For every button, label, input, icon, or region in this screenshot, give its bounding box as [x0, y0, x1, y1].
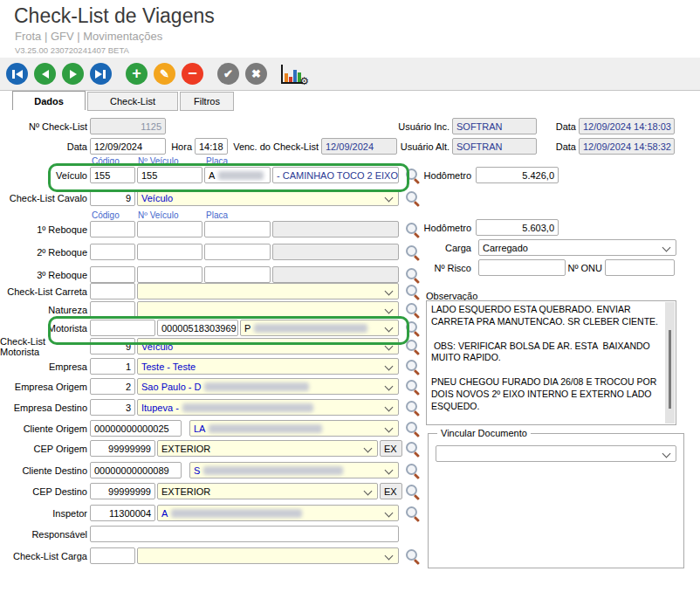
responsavel-input[interactable] [90, 526, 399, 542]
checklist-motorista-code-input[interactable]: 9 [90, 338, 135, 355]
reboque-2-num-input[interactable] [137, 244, 202, 260]
cliente-origem-code-input[interactable]: 00000000000025 [90, 420, 182, 437]
checklist-carreta-search-icon[interactable] [405, 284, 421, 299]
reboque-1-placa-input[interactable] [204, 221, 271, 237]
next-triangle-icon [70, 70, 77, 79]
checklist-carreta-select[interactable] [137, 283, 399, 299]
cep-destino-code-input[interactable]: 99999999 [90, 483, 155, 499]
label-usuario-inc: Usuário Inc. [362, 118, 450, 134]
natureza-select[interactable] [137, 301, 399, 318]
tab-filtros[interactable]: Filtros [180, 92, 234, 111]
checklist-cavalo-search-icon[interactable] [405, 190, 421, 206]
carga-select[interactable]: Carregado [478, 239, 676, 256]
inspetor-code-input[interactable]: 11300004 [90, 505, 155, 521]
first-bar-icon [12, 70, 15, 79]
veiculo-placa-input[interactable]: A [204, 167, 271, 183]
checklist-carga-search-icon[interactable] [405, 548, 421, 564]
tab-checklist[interactable]: Check-List [87, 92, 178, 111]
reboque-3-num-input[interactable] [137, 266, 202, 283]
empresa-destino-select[interactable]: Itupeva - [137, 399, 399, 416]
checklist-carreta-code-input[interactable] [90, 283, 135, 299]
empresa-code-input[interactable]: 1 [90, 358, 135, 375]
cep-origem-select[interactable]: EXTERIOR [157, 440, 378, 457]
label-checklist-motorista: Check-List Motorista [0, 338, 87, 355]
vincular-documento-group: Vincular Documento [428, 433, 684, 568]
delete-button[interactable]: − [182, 63, 203, 85]
column-header-placa: Placa [206, 210, 228, 220]
inspetor-search-icon[interactable] [405, 506, 421, 521]
hora-input[interactable]: 14:18 [195, 138, 228, 155]
cliente-origem-select[interactable]: LA [189, 420, 399, 437]
next-record-button[interactable] [62, 63, 84, 85]
cep-destino-search-icon[interactable] [405, 484, 421, 499]
veiculo-codigo-input[interactable]: 155 [90, 167, 135, 183]
data-input[interactable]: 12/09/2024 [90, 138, 166, 155]
motorista-cpf-input[interactable]: 00000518303969 [157, 320, 238, 336]
reboque-2-placa-input[interactable] [204, 244, 271, 260]
add-button[interactable]: + [126, 63, 148, 85]
cliente-origem-search-icon[interactable] [405, 421, 421, 437]
label-num-checklist: Nº Check-List [0, 118, 87, 134]
checklist-motorista-search-icon[interactable] [405, 339, 421, 355]
edit-button[interactable]: ✎ [154, 63, 175, 85]
reboque-1-codigo-input[interactable] [90, 221, 135, 237]
checklist-cavalo-select[interactable]: Veículo [137, 189, 399, 206]
cliente-destino-select[interactable]: S [189, 462, 399, 478]
n-onu-input[interactable] [605, 259, 675, 276]
empresa-select[interactable]: Teste - Teste [137, 358, 399, 375]
last-record-button[interactable] [90, 63, 112, 85]
reboque-2-codigo-input[interactable] [90, 244, 135, 260]
motorista-code1-input[interactable] [90, 320, 155, 336]
inspetor-value: A [161, 508, 168, 519]
reboque-1-num-input[interactable] [137, 221, 202, 237]
reboque-3-placa-input[interactable] [204, 266, 271, 283]
checklist-carga-select[interactable] [137, 547, 399, 564]
first-record-button[interactable] [6, 63, 28, 85]
cep-destino-select[interactable]: EXTERIOR [157, 483, 378, 499]
natureza-search-icon[interactable] [405, 302, 421, 318]
redacted-cliente-origem [209, 424, 322, 433]
checklist-carga-code-input[interactable] [90, 547, 135, 564]
confirm-button[interactable]: ✔ [217, 63, 239, 85]
checklist-motorista-select[interactable]: Veículo [137, 338, 399, 355]
redacted-empresa-origem [204, 382, 309, 391]
empresa-destino-code-input[interactable]: 3 [90, 399, 135, 416]
checklist-cavalo-code-input[interactable]: 9 [90, 189, 135, 206]
label-checklist-cavalo: Check-List Cavalo [0, 189, 87, 206]
empresa-origem-select[interactable]: Sao Paulo - D [137, 378, 399, 395]
veiculo-num-input[interactable]: 155 [137, 167, 202, 183]
empresa-origem-code-input[interactable]: 2 [90, 378, 135, 395]
cep-origem-search-icon[interactable] [405, 441, 421, 457]
motorista-select[interactable]: P [240, 320, 399, 336]
label-n-onu: Nº ONU [532, 259, 602, 276]
natureza-code-input[interactable] [90, 301, 135, 318]
cep-origem-code-input[interactable]: 99999999 [90, 440, 155, 457]
empresa-search-icon[interactable] [405, 359, 421, 375]
cliente-destino-search-icon[interactable] [405, 463, 421, 478]
cliente-origem-value: LA [194, 423, 205, 434]
empresa-origem-value: Sao Paulo - D [141, 382, 201, 392]
empresa-origem-search-icon[interactable] [405, 379, 421, 395]
report-chart-button[interactable]: ⚙ [281, 65, 303, 84]
inspetor-select[interactable]: A [157, 505, 399, 521]
label-cliente-destino: Cliente Destino [0, 462, 87, 478]
label-hodometro-2: Hodômetro [384, 219, 471, 236]
vincular-documento-select[interactable] [436, 445, 676, 462]
cliente-destino-code-input[interactable]: 00000000000089 [90, 462, 182, 478]
label-empresa-origem: Empresa Origem [0, 378, 87, 395]
chart-bar-icon [289, 77, 292, 82]
hodometro-2-input[interactable]: 5.603,0 [476, 219, 559, 236]
observacao-textarea[interactable]: LADO ESQUERDO ESTA QUEBRADO. ENVIAR CARR… [426, 300, 676, 425]
motorista-search-icon[interactable] [405, 320, 421, 336]
tab-dados[interactable]: Dados [12, 91, 86, 110]
label-empresa-destino: Empresa Destino [0, 399, 87, 416]
empresa-destino-search-icon[interactable] [405, 400, 421, 416]
label-checklist-carga: Check-List Carga [0, 547, 87, 564]
label-hora: Hora [168, 138, 192, 155]
cancel-button[interactable]: ✖ [245, 63, 267, 85]
observacao-scrollbar-thumb[interactable] [669, 330, 671, 409]
previous-record-button[interactable] [34, 63, 56, 85]
data-inc-field: 12/09/2024 14:18:03 [579, 118, 675, 134]
hodometro-1-input[interactable]: 5.426,0 [476, 167, 559, 183]
reboque-3-codigo-input[interactable] [90, 266, 135, 283]
